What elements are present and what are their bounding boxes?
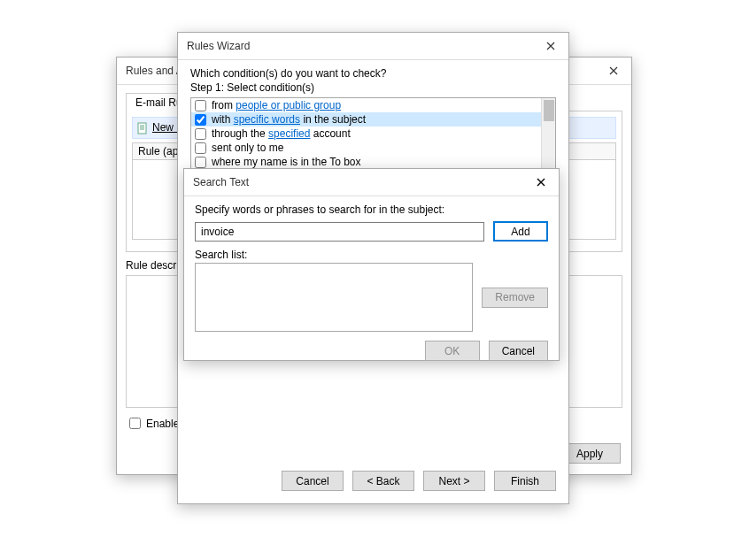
add-button[interactable]: Add xyxy=(493,221,548,242)
close-icon xyxy=(546,42,555,50)
condition-link[interactable]: people or public group xyxy=(236,99,341,111)
search-input[interactable] xyxy=(195,222,484,242)
condition-checkbox[interactable] xyxy=(195,128,206,140)
scrollbar-thumb[interactable] xyxy=(544,100,554,121)
condition-row[interactable]: sent only to me xyxy=(191,141,555,155)
condition-row[interactable]: where my name is in the To box xyxy=(191,155,555,169)
close-button[interactable] xyxy=(596,58,631,84)
condition-row[interactable]: through the specified account xyxy=(191,127,555,141)
condition-row[interactable]: with specific words in the subject xyxy=(191,112,555,127)
condition-link[interactable]: specific words xyxy=(234,113,300,126)
new-rule-icon xyxy=(136,122,149,134)
wizard-buttons: Cancel < Back Next > Finish xyxy=(282,471,556,491)
search-list-label: Search list: xyxy=(195,249,548,261)
next-button[interactable]: Next > xyxy=(423,471,485,491)
wizard-question: Which condition(s) do you want to check? xyxy=(190,67,556,80)
condition-checkbox[interactable] xyxy=(195,100,206,111)
enable-checkbox[interactable] xyxy=(129,418,141,429)
condition-row[interactable]: from people or public group xyxy=(191,98,555,112)
condition-text: through the specified account xyxy=(212,127,351,140)
search-text-dialog: Search Text Specify words or phrases to … xyxy=(183,168,560,361)
dialog-buttons: OK Cancel xyxy=(195,341,548,361)
condition-link[interactable]: specified xyxy=(268,127,310,140)
cancel-button[interactable]: Cancel xyxy=(489,341,548,361)
search-list[interactable] xyxy=(195,263,473,332)
search-body: Specify words or phrases to search for i… xyxy=(184,196,559,368)
close-icon xyxy=(609,66,618,75)
dialog-title: Search Text xyxy=(193,176,249,188)
step1-label: Step 1: Select condition(s) xyxy=(190,81,556,94)
titlebar: Search Text xyxy=(184,169,559,196)
cancel-button[interactable]: Cancel xyxy=(282,471,344,491)
ok-button[interactable]: OK xyxy=(425,341,480,361)
remove-button[interactable]: Remove xyxy=(482,288,548,308)
scrollbar[interactable] xyxy=(541,98,555,171)
finish-button[interactable]: Finish xyxy=(494,471,556,491)
close-button[interactable] xyxy=(533,33,568,59)
svg-rect-0 xyxy=(138,123,146,134)
condition-checkbox[interactable] xyxy=(195,142,206,154)
back-button[interactable]: < Back xyxy=(352,471,414,491)
condition-checkbox[interactable] xyxy=(195,114,206,126)
close-button[interactable] xyxy=(523,169,559,196)
dialog-title: Rules Wizard xyxy=(187,40,250,52)
condition-text: where my name is in the To box xyxy=(212,156,361,168)
condition-list[interactable]: from people or public groupwith specific… xyxy=(190,97,556,172)
condition-text: from people or public group xyxy=(212,99,341,111)
condition-text: sent only to me xyxy=(212,142,283,154)
condition-text: with specific words in the subject xyxy=(212,113,366,126)
condition-checkbox[interactable] xyxy=(195,157,206,168)
close-icon xyxy=(537,178,545,187)
search-prompt: Specify words or phrases to search for i… xyxy=(195,203,548,216)
titlebar: Rules Wizard xyxy=(178,33,568,59)
